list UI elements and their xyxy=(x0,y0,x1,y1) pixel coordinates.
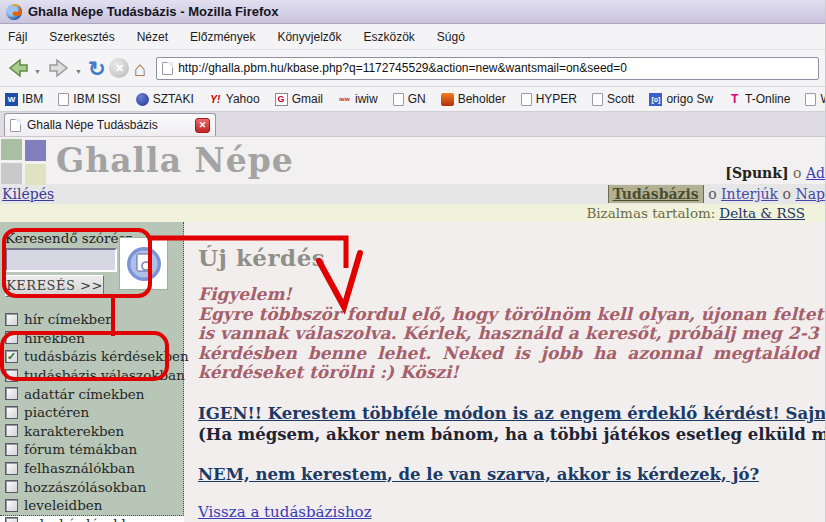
page-favicon-icon xyxy=(521,93,532,106)
page-favicon-icon xyxy=(162,62,173,75)
filter-row[interactable]: adattár címekben xyxy=(5,384,183,403)
back-history-dropdown[interactable]: ▼ xyxy=(34,68,41,75)
bookmark-item[interactable]: GN xyxy=(393,92,426,106)
filter-row[interactable]: hírekben xyxy=(5,329,183,348)
menu-7[interactable]: Súgó xyxy=(437,30,465,44)
gmail-favicon-icon: G xyxy=(275,93,288,106)
stop-button[interactable]: ✕ xyxy=(109,53,129,83)
filter-label: tudásbázis kérdésekben xyxy=(24,348,189,364)
checkbox-icon[interactable] xyxy=(5,480,18,493)
site-header: Ghalla Népe [Spunk] o Ad xyxy=(0,137,825,184)
menu-3[interactable]: Nézet xyxy=(137,30,168,44)
filter-label: hozzászólásokban xyxy=(24,479,146,495)
filter-row[interactable]: leveleidben xyxy=(5,496,183,515)
bookmark-label: T-Online xyxy=(745,92,790,106)
bookmark-label: origo Sw xyxy=(666,92,713,106)
bookmark-item[interactable]: HYPER xyxy=(521,92,577,106)
warning-text: Egyre többször fordul elő, hogy törölnöm… xyxy=(198,305,826,383)
confidential-row: Bizalmas tartalom: Delta & RSS xyxy=(0,204,825,222)
checkbox-checked-icon[interactable]: ✓ xyxy=(5,350,18,363)
back-to-kb-link[interactable]: Vissza a tudásbázishoz xyxy=(198,503,372,521)
yes-searched-link[interactable]: IGEN!! Kerestem többféle módon is az eng… xyxy=(198,404,826,423)
separator: o xyxy=(708,186,716,202)
nav-tab-tudasbazis[interactable]: Tudásbázis xyxy=(608,185,704,203)
bookmark-label: Yahoo xyxy=(226,92,260,106)
filter-row[interactable]: felhasználókban xyxy=(5,459,183,478)
nav-link-nap[interactable]: Nap xyxy=(795,186,825,202)
bookmark-item[interactable]: Scott xyxy=(592,92,634,106)
checkbox-icon[interactable] xyxy=(5,443,18,456)
bookmark-item[interactable]: SZTAKI xyxy=(136,92,194,106)
checkbox-icon[interactable] xyxy=(5,462,18,475)
menu-1[interactable]: Fájl xyxy=(8,30,27,44)
filter-row[interactable]: hír címekben xyxy=(5,310,183,329)
filter-row[interactable]: piactéren xyxy=(5,403,183,422)
bookmark-item[interactable]: Y!Yahoo xyxy=(209,92,260,106)
title-bar: Ghalla Népe Tudásbázis - Mozilla Firefox xyxy=(0,0,825,24)
search-filter-list: hír címekbenhírekben✓tudásbázis kérdések… xyxy=(5,310,183,522)
menu-6[interactable]: Eszközök xyxy=(363,30,414,44)
bookmarks-toolbar: WIBMIBM ISSISZTAKIY!YahooGGmailiwiwiwiwG… xyxy=(0,87,825,112)
search-doc-button[interactable] xyxy=(119,237,168,290)
bookmark-item[interactable]: TT-Online xyxy=(728,92,790,106)
no-searched-link[interactable]: NEM, nem kerestem, de le van szarva, akk… xyxy=(198,465,759,484)
yahoo-favicon-icon: Y! xyxy=(209,93,222,106)
user-link[interactable]: Ad xyxy=(806,165,825,181)
filter-row[interactable]: ✓tudásbázis kérdésekben xyxy=(5,347,183,366)
menu-5[interactable]: Könyvjelzők xyxy=(277,30,341,44)
bookmark-item[interactable]: Beholder xyxy=(441,92,506,106)
filter-row[interactable]: voks kérdésekben xyxy=(5,515,183,522)
filter-row[interactable]: karakterekben xyxy=(5,422,183,441)
tab-ghalla-nepe-tudasbazis[interactable]: Ghalla Népe Tudásbázis ✕ xyxy=(4,113,216,136)
nav-link-interjuk[interactable]: Interjúk xyxy=(721,186,778,202)
checkbox-icon[interactable] xyxy=(5,331,18,344)
tab-close-icon[interactable]: ✕ xyxy=(195,118,210,133)
site-title: Ghalla Népe xyxy=(56,141,294,180)
bookmark-item[interactable]: iwiwiwiw xyxy=(338,92,378,106)
warning-title: Figyelem! xyxy=(198,285,826,305)
bookmark-label: Gmail xyxy=(292,92,323,106)
bookmark-item[interactable]: GGmail xyxy=(275,92,323,106)
checkbox-icon[interactable] xyxy=(5,369,18,382)
bookmark-label: GN xyxy=(408,92,426,106)
menu-2[interactable]: Szerkesztés xyxy=(49,30,114,44)
bookmark-label: Beholder xyxy=(458,92,506,106)
forward-history-dropdown[interactable]: ▼ xyxy=(75,68,82,75)
note-text: (Ha mégsem, akkor nem bánom, ha a többi … xyxy=(198,425,826,444)
navigation-toolbar: ▼ ▼ ↻ ✕ ⌂ http://ghalla.pbm.hu/kbase.php… xyxy=(0,50,825,87)
filter-row[interactable]: fórum témákban xyxy=(5,440,183,459)
search-input[interactable] xyxy=(5,248,117,272)
logout-link[interactable]: Kilépés xyxy=(2,186,54,202)
checkbox-icon[interactable] xyxy=(5,424,18,437)
filter-label: adattár címekben xyxy=(24,386,145,402)
filter-row[interactable]: hozzászólásokban xyxy=(5,477,183,496)
menu-4[interactable]: Előzmények xyxy=(190,30,255,44)
bookmark-item[interactable]: IBM ISSI xyxy=(58,92,120,106)
site-logo-icon xyxy=(1,139,48,184)
page-favicon-icon xyxy=(592,93,603,106)
checkbox-icon[interactable] xyxy=(5,517,18,522)
filter-label: karakterekben xyxy=(24,423,124,439)
separator: o xyxy=(783,186,791,202)
bookmark-item[interactable]: [o]origo Sw xyxy=(649,92,713,106)
address-bar[interactable]: http://ghalla.pbm.hu/kbase.php?q=1172745… xyxy=(156,57,819,80)
checkbox-icon[interactable] xyxy=(5,387,18,400)
checkbox-icon[interactable] xyxy=(5,313,18,326)
filter-row[interactable]: tudásbázis válaszokban xyxy=(5,366,183,385)
bookmark-item[interactable]: Wine HQ xyxy=(805,92,825,106)
search-button[interactable]: KERESÉS >> xyxy=(5,275,104,297)
reload-button[interactable]: ↻ xyxy=(88,53,106,83)
main-content: Új kérdés Figyelem! Egyre többször fordu… xyxy=(184,222,826,522)
back-button[interactable] xyxy=(6,53,30,83)
menu-bar: FájlSzerkesztésNézetElőzményekKönyvjelző… xyxy=(0,24,825,50)
bookmark-item[interactable]: WIBM xyxy=(5,92,43,106)
search-doc-icon xyxy=(124,244,164,284)
forward-button[interactable] xyxy=(47,53,71,83)
checkbox-icon[interactable] xyxy=(5,406,18,419)
page-favicon-icon xyxy=(805,93,816,106)
confidential-link[interactable]: Delta & RSS xyxy=(719,205,805,221)
page-content: Keresendő szórész: KERESÉS >> hír címekb… xyxy=(0,222,825,522)
window-title: Ghalla Népe Tudásbázis - Mozilla Firefox xyxy=(28,4,278,19)
checkbox-icon[interactable] xyxy=(5,499,18,512)
home-button[interactable]: ⌂ xyxy=(133,53,146,83)
